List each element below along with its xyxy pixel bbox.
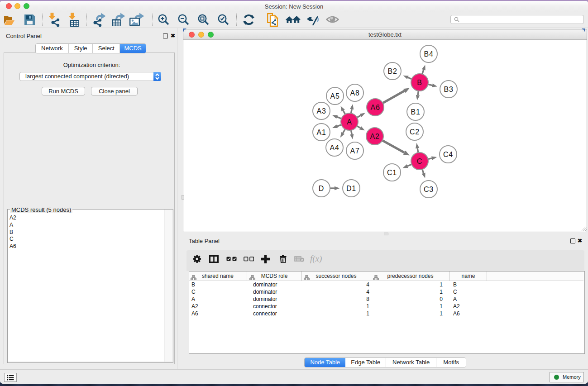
svg-text:A4: A4 xyxy=(330,144,339,152)
svg-text:A5: A5 xyxy=(330,92,339,100)
svg-text:C: C xyxy=(417,157,422,165)
svg-text:C4: C4 xyxy=(443,151,453,158)
svg-text:A1: A1 xyxy=(316,129,326,136)
svg-text:A3: A3 xyxy=(316,107,326,115)
svg-text:D1: D1 xyxy=(346,185,356,192)
svg-text:B1: B1 xyxy=(411,108,420,116)
svg-text:B: B xyxy=(417,79,422,86)
svg-text:B2: B2 xyxy=(387,67,397,75)
svg-text:C1: C1 xyxy=(387,169,397,176)
svg-text:A7: A7 xyxy=(350,147,359,155)
svg-text:C2: C2 xyxy=(410,128,420,136)
svg-text:A8: A8 xyxy=(350,89,359,97)
svg-text:A: A xyxy=(347,118,352,126)
svg-text:B3: B3 xyxy=(444,86,453,93)
svg-text:A6: A6 xyxy=(370,104,380,111)
svg-text:C3: C3 xyxy=(424,186,434,193)
svg-text:D: D xyxy=(319,185,324,192)
svg-text:B4: B4 xyxy=(424,50,433,58)
svg-text:A2: A2 xyxy=(370,133,379,140)
